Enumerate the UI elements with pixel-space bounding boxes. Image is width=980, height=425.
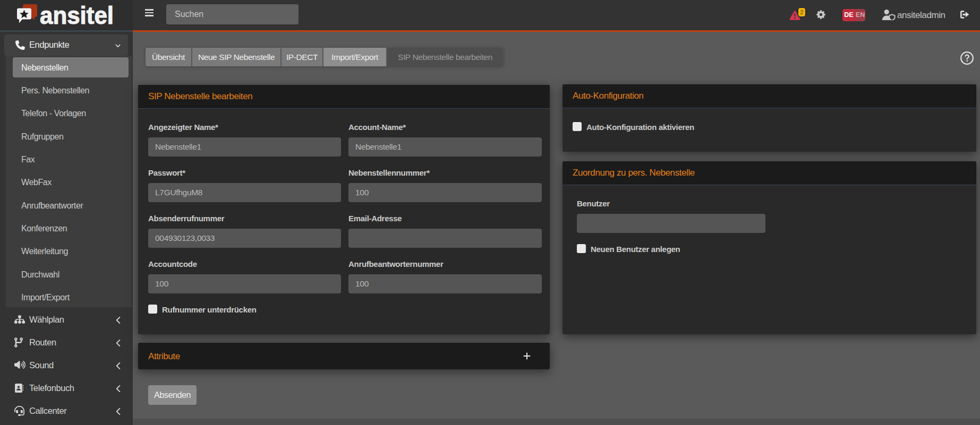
svg-text:ansitel: ansitel xyxy=(40,1,114,27)
